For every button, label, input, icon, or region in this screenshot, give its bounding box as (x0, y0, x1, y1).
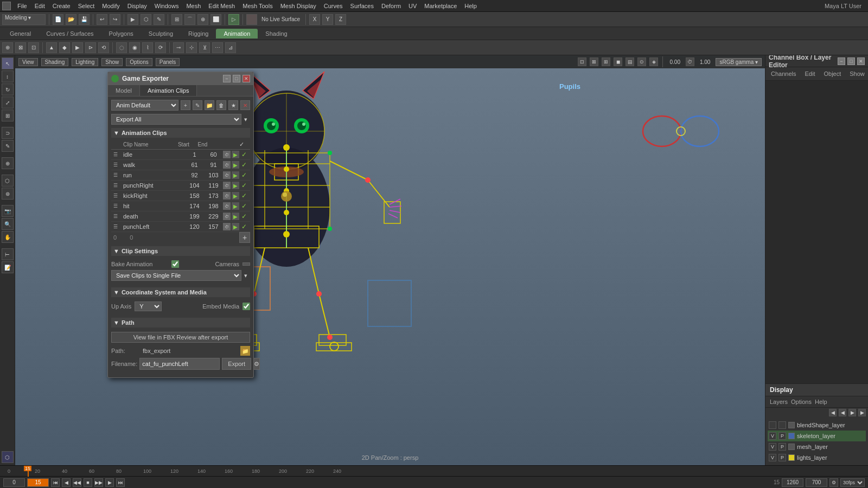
vp-show-btn[interactable]: Show (101, 58, 123, 66)
channel-tab-edit[interactable]: Edit (801, 69, 818, 78)
clip-anim-idle[interactable]: ⏱ (223, 151, 231, 158)
key-tool3[interactable]: ▶ (72, 42, 83, 53)
vp-icon1[interactable]: ⊡ (578, 57, 586, 66)
channel-tab-object[interactable]: Object (820, 69, 844, 78)
undo-btn[interactable]: ↩ (97, 14, 107, 25)
menu-display[interactable]: Display (124, 2, 150, 10)
key-tool1[interactable]: ▲ (46, 42, 57, 53)
paint-select-l[interactable]: ⊛ (2, 188, 14, 200)
path-input[interactable] (141, 346, 238, 355)
ge-coord-header[interactable]: ▼ Coordinate System and Media (111, 287, 250, 297)
key-tool4[interactable]: ⊳ (85, 42, 96, 53)
layer-scroll-down[interactable]: ▶ (858, 409, 866, 416)
vp-frame-icon[interactable]: ⏱ (686, 57, 694, 66)
new-scene-btn[interactable]: 📄 (53, 14, 63, 25)
select-tool[interactable]: ↖ (2, 57, 14, 69)
channel-tab-channels[interactable]: Channels (768, 69, 799, 78)
show-manip[interactable]: ⊕ (2, 157, 14, 169)
snap-point-btn[interactable]: ⊕ (197, 14, 208, 25)
layer-v-blendshape[interactable] (769, 421, 776, 429)
open-scene-btn[interactable]: 📂 (66, 14, 76, 25)
layer-mesh[interactable]: V P mesh_layer (768, 441, 866, 452)
clip-row-idle[interactable]: ☰ idle 1 60 ⏱ ▶ ✓ (111, 150, 250, 160)
layer-v-lights[interactable]: V (769, 454, 776, 461)
constraint1[interactable]: ⊸ (173, 42, 184, 53)
tab-rigging[interactable]: Rigging (181, 29, 216, 38)
y-axis-btn[interactable]: Y (322, 14, 333, 25)
menu-create[interactable]: Create (49, 2, 74, 10)
key-tool2[interactable]: ◆ (59, 42, 70, 53)
right-start-input[interactable] (782, 478, 803, 487)
save-clips-dropdown[interactable]: Save Clips to Single File (111, 270, 241, 281)
select-mode-btn[interactable]: ▶ (127, 14, 138, 25)
tab-curves-surfaces[interactable]: Curves / Surfaces (39, 29, 101, 38)
quick-rig[interactable]: ⬡ (2, 451, 14, 463)
vp-icon5[interactable]: ▤ (626, 57, 634, 66)
clip-play-punchRight[interactable]: ▶ (232, 182, 239, 189)
clip-play-idle[interactable]: ▶ (232, 151, 239, 158)
clip-row-run[interactable]: ☰ run 92 103 ⏱ ▶ ✓ (111, 170, 250, 181)
clip-row-death[interactable]: ☰ death 199 229 ⏱ ▶ ✓ (111, 211, 250, 222)
go-start-btn[interactable]: ⏮ (51, 478, 60, 487)
clip-play-hit[interactable]: ▶ (232, 202, 239, 210)
anim-tool2[interactable]: ⊠ (15, 42, 26, 53)
view-fbx-btn[interactable]: View file in FBX Review after export (111, 332, 250, 343)
menu-select[interactable]: Select (75, 2, 98, 10)
menu-mesh-display[interactable]: Mesh Display (277, 2, 320, 10)
clip-anim-walk[interactable]: ⏱ (223, 161, 231, 169)
layer-lights[interactable]: V P lights_layer (768, 452, 866, 463)
constraint5[interactable]: ⊿ (225, 42, 236, 53)
tab-shading[interactable]: Shading (258, 29, 295, 38)
vp-icon2[interactable]: ⊠ (590, 57, 598, 66)
display-tab-help[interactable]: Help (815, 399, 827, 405)
lasso-btn[interactable]: ⬡ (141, 14, 151, 25)
clip-anim-punchLeft[interactable]: ⏱ (223, 223, 231, 230)
layer-v-skeleton[interactable]: V (769, 432, 776, 440)
clip-anim-punchRight[interactable]: ⏱ (223, 182, 231, 189)
menu-curves[interactable]: Curves (321, 2, 346, 10)
universal-manip[interactable]: ⊞ (2, 110, 14, 121)
menu-uv[interactable]: UV (405, 2, 420, 10)
paint-select-btn[interactable]: ✎ (154, 14, 164, 25)
ge-add-clip-btn[interactable]: + (239, 232, 250, 243)
stop-btn[interactable]: ■ (84, 478, 92, 487)
export-all-dropdown[interactable]: Export All (111, 114, 241, 125)
vp-icon3[interactable]: ⊞ (602, 57, 610, 66)
ge-tab-model[interactable]: Model (108, 85, 140, 96)
ge-path-header[interactable]: ▼ Path (111, 318, 250, 328)
rph-close[interactable]: ✕ (857, 57, 865, 65)
layer-skeleton[interactable]: V P skeleton_layer (768, 431, 866, 441)
export-button[interactable]: Export (222, 358, 251, 370)
layer-scroll-right[interactable]: ▶ (848, 409, 856, 416)
ghost-tool1[interactable]: ◌ (116, 42, 127, 53)
anim-default-dropdown[interactable]: Anim Default (111, 100, 178, 111)
no-live-surface-btn[interactable] (246, 14, 257, 25)
x-axis-btn[interactable]: X (309, 14, 320, 25)
play-back-btn[interactable]: ◀◀ (73, 478, 81, 487)
menu-surfaces[interactable]: Surfaces (347, 2, 377, 10)
rotate-tool[interactable]: ↻ (2, 84, 14, 95)
ge-tab-animation-clips[interactable]: Animation Clips (140, 85, 197, 96)
scale-tool[interactable]: ⤢ (2, 97, 14, 108)
snap-surface-btn[interactable]: ⬜ (210, 14, 221, 25)
right-end-input[interactable] (806, 478, 827, 487)
constraint2[interactable]: ⊹ (186, 42, 197, 53)
filename-input[interactable] (139, 358, 220, 370)
render-btn[interactable]: ▷ (228, 14, 239, 25)
start-frame-input[interactable] (3, 478, 25, 487)
display-tab-options[interactable]: Options (791, 399, 812, 405)
tab-general[interactable]: General (2, 29, 39, 38)
cameras-btn[interactable] (242, 262, 250, 266)
measure-tool[interactable]: ⊢ (2, 248, 14, 260)
layer-scroll-up[interactable]: ◀ (829, 409, 837, 416)
clip-row-punchLeft[interactable]: ☰ punchLeft 120 157 ⏱ ▶ ✓ (111, 222, 250, 232)
display-tab-layers[interactable]: Layers (770, 399, 788, 405)
pan-tool[interactable]: ✋ (2, 231, 14, 243)
clip-play-walk[interactable]: ▶ (232, 161, 239, 169)
turntable[interactable]: ⟳ (155, 42, 166, 53)
ge-reset-anim-btn[interactable]: ✕ (240, 100, 250, 110)
anim-tool1[interactable]: ⊕ (2, 42, 13, 53)
close-btn[interactable]: ✕ (242, 75, 250, 82)
annotation-tool[interactable]: 📝 (2, 261, 14, 273)
vp-shading-btn[interactable]: Shading (41, 58, 69, 66)
